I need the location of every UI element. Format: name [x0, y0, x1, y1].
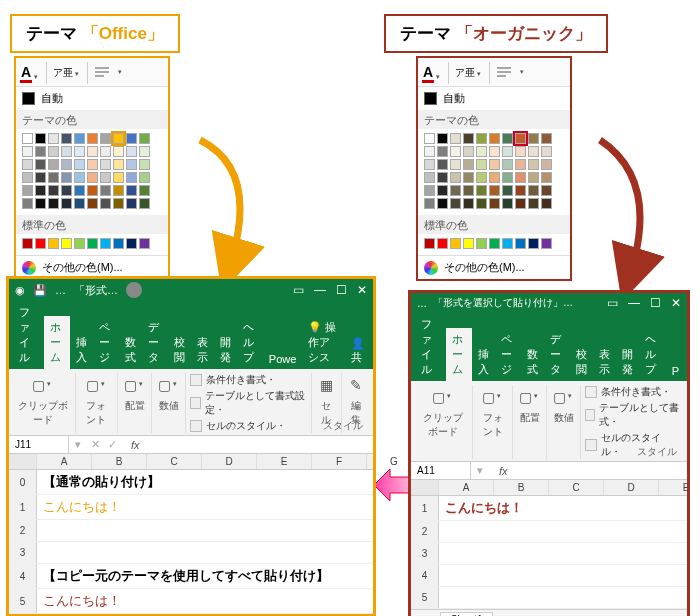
color-swatch[interactable]	[502, 133, 513, 144]
color-swatch[interactable]	[48, 172, 59, 183]
color-swatch[interactable]	[463, 185, 474, 196]
color-swatch[interactable]	[528, 146, 539, 157]
color-swatch[interactable]	[515, 172, 526, 183]
save-icon[interactable]: 💾	[33, 284, 47, 297]
color-swatch[interactable]	[476, 159, 487, 170]
color-swatch[interactable]	[61, 146, 72, 157]
color-swatch[interactable]	[437, 238, 448, 249]
color-swatch[interactable]	[61, 172, 72, 183]
color-swatch[interactable]	[476, 133, 487, 144]
color-swatch[interactable]	[541, 198, 552, 209]
color-swatch[interactable]	[74, 238, 85, 249]
color-swatch[interactable]	[113, 146, 124, 157]
color-swatch[interactable]	[126, 159, 137, 170]
color-swatch[interactable]	[100, 185, 111, 196]
color-swatch[interactable]	[35, 238, 46, 249]
color-swatch[interactable]	[450, 238, 461, 249]
color-swatch[interactable]	[528, 185, 539, 196]
color-swatch[interactable]	[126, 133, 137, 144]
column-header[interactable]: F	[312, 454, 367, 469]
ribbon-tab[interactable]: ファイル	[415, 313, 446, 381]
color-swatch[interactable]	[476, 172, 487, 183]
color-swatch[interactable]	[541, 185, 552, 196]
color-swatch[interactable]	[35, 185, 46, 196]
color-swatch[interactable]	[515, 159, 526, 170]
ribbon-tab[interactable]: 数式	[521, 343, 544, 381]
name-box[interactable]: J11	[9, 436, 69, 453]
color-swatch[interactable]	[113, 172, 124, 183]
column-header[interactable]: B	[494, 480, 549, 495]
ribbon-group[interactable]: ▢▾フォント	[473, 385, 513, 459]
color-swatch[interactable]	[463, 172, 474, 183]
color-swatch[interactable]	[35, 159, 46, 170]
color-swatch[interactable]	[126, 198, 137, 209]
color-swatch[interactable]	[424, 133, 435, 144]
maximize-icon[interactable]: ☐	[336, 283, 347, 297]
column-header[interactable]: A	[37, 454, 92, 469]
column-header[interactable]: C	[549, 480, 604, 495]
ribbon-options-icon[interactable]: ▭	[607, 296, 618, 310]
user-avatar[interactable]	[126, 282, 142, 298]
color-swatch[interactable]	[489, 198, 500, 209]
fx-icon[interactable]: fx	[489, 465, 518, 477]
ribbon-tab[interactable]: 校閲	[570, 343, 593, 381]
color-swatch[interactable]	[126, 146, 137, 157]
color-swatch[interactable]	[22, 146, 33, 157]
auto-color-row[interactable]: 自動	[16, 87, 168, 110]
ribbon-tab[interactable]: 挿入	[70, 331, 93, 369]
color-swatch[interactable]	[74, 185, 85, 196]
color-swatch[interactable]	[22, 172, 33, 183]
color-swatch[interactable]	[541, 133, 552, 144]
color-swatch[interactable]	[450, 172, 461, 183]
align-button[interactable]	[496, 66, 512, 80]
color-swatch[interactable]	[476, 238, 487, 249]
color-swatch[interactable]	[61, 238, 72, 249]
color-swatch[interactable]	[48, 238, 59, 249]
cell-hello[interactable]: こんにちは！	[439, 496, 687, 520]
font-color-button[interactable]: A▾	[20, 64, 40, 83]
color-swatch[interactable]	[450, 133, 461, 144]
color-swatch[interactable]	[541, 238, 552, 249]
ribbon-group[interactable]: ▢▾配置	[118, 373, 152, 433]
format-as-table-button[interactable]: テーブルとして書式設定・	[190, 389, 307, 417]
cell[interactable]: こんにちは！	[37, 495, 373, 519]
color-swatch[interactable]	[113, 133, 124, 144]
color-swatch[interactable]	[74, 133, 85, 144]
color-swatch[interactable]	[424, 146, 435, 157]
color-swatch[interactable]	[87, 146, 98, 157]
color-swatch[interactable]	[35, 133, 46, 144]
color-swatch[interactable]	[437, 159, 448, 170]
color-swatch[interactable]	[35, 146, 46, 157]
color-swatch[interactable]	[502, 159, 513, 170]
color-swatch[interactable]	[476, 185, 487, 196]
ribbon-group[interactable]: ▢▾クリップボード	[413, 385, 473, 459]
color-swatch[interactable]	[489, 159, 500, 170]
color-swatch[interactable]	[502, 198, 513, 209]
color-swatch[interactable]	[139, 159, 150, 170]
ribbon-tab[interactable]: ホーム	[446, 328, 472, 381]
format-as-table-button[interactable]: テーブルとして書式・	[585, 401, 681, 429]
color-swatch[interactable]	[489, 146, 500, 157]
color-swatch[interactable]	[139, 146, 150, 157]
column-header[interactable]: A	[439, 480, 494, 495]
cell-styles-button[interactable]: セルのスタイル・	[190, 419, 307, 433]
color-swatch[interactable]	[22, 159, 33, 170]
color-swatch[interactable]	[87, 185, 98, 196]
color-swatch[interactable]	[48, 146, 59, 157]
close-icon[interactable]: ✕	[671, 296, 681, 310]
minimize-icon[interactable]: —	[314, 283, 326, 297]
color-swatch[interactable]	[22, 238, 33, 249]
color-swatch[interactable]	[437, 198, 448, 209]
color-swatch[interactable]	[463, 146, 474, 157]
ribbon-tab[interactable]: 開発	[214, 331, 237, 369]
color-swatch[interactable]	[541, 172, 552, 183]
color-swatch[interactable]	[126, 238, 137, 249]
color-swatch[interactable]	[424, 198, 435, 209]
color-swatch[interactable]	[35, 198, 46, 209]
color-swatch[interactable]	[515, 198, 526, 209]
color-swatch[interactable]	[48, 198, 59, 209]
color-swatch[interactable]	[437, 185, 448, 196]
color-swatch[interactable]	[450, 185, 461, 196]
ribbon-tab[interactable]: 校閲	[168, 331, 191, 369]
ribbon-tab[interactable]: Powe	[263, 349, 303, 369]
